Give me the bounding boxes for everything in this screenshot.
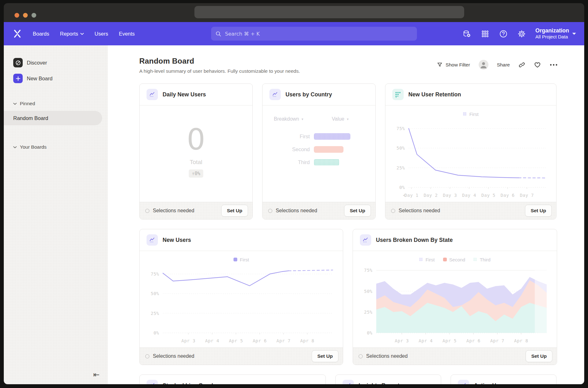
card-title: Active Users [474, 382, 508, 385]
org-project: All Project Data [535, 34, 569, 40]
legend-item[interactable]: Third [473, 257, 490, 262]
svg-text:Apr 4: Apr 4 [419, 338, 433, 343]
apps-grid-icon[interactable] [481, 29, 489, 38]
metric-label: Total [190, 159, 202, 166]
legend-label: Third [480, 257, 490, 262]
collapse-sidebar-icon[interactable]: ⇤ [93, 370, 100, 379]
metric-value: 0 [187, 125, 205, 154]
card-insights-report: Insights Report [335, 374, 441, 384]
mixpanel-logo-icon[interactable] [13, 29, 22, 38]
sidebar-section-pinned[interactable]: Pinned [13, 101, 108, 106]
new-user-retention-svg: 75%50%25%0%Day 1Day 2Day 3Day 4Day 5Day … [391, 117, 551, 200]
status-text: Selections needed [399, 208, 440, 214]
svg-text:Day 5: Day 5 [481, 193, 496, 198]
help-icon[interactable] [499, 29, 508, 38]
set-up-button[interactable]: Set Up [344, 205, 371, 217]
breakdown-row: Second [262, 143, 375, 156]
search-input[interactable] [224, 31, 412, 37]
legend-swatch-icon [443, 258, 447, 261]
nav-menu: Boards Reports Users Events [33, 31, 135, 37]
legend-item[interactable]: First [419, 257, 435, 262]
svg-text:50%: 50% [396, 146, 405, 151]
show-filter-button[interactable]: Show Filter [437, 62, 470, 68]
svg-text:75%: 75% [151, 271, 159, 277]
card-title: New Users [163, 237, 191, 243]
user-icon [479, 60, 488, 70]
card-new-users: New Users First75%50%25%0%Apr 3Apr 4Apr … [139, 229, 343, 365]
close-window-button[interactable] [14, 13, 19, 18]
users-broken-down-by-state-svg: 75%50%25%0%Apr 3Apr 4Apr 5Apr 6Apr 7Apr … [359, 263, 551, 345]
value-column-dropdown[interactable]: Value▾ [332, 116, 349, 122]
svg-text:Apr 6: Apr 6 [466, 338, 481, 343]
card-stacked-line-graph: Stacked Line Graph [139, 374, 326, 384]
data-management-icon[interactable] [462, 29, 471, 38]
set-up-button[interactable]: Set Up [221, 205, 248, 217]
status-text: Selections needed [276, 208, 317, 214]
svg-text:Day 6: Day 6 [501, 193, 515, 198]
board-link-label: Random Board [13, 115, 48, 121]
status-circle-icon [359, 354, 363, 358]
svg-text:Apr 8: Apr 8 [514, 338, 528, 343]
legend-item[interactable]: First [233, 257, 249, 262]
sidebar-item-discover[interactable]: Discover [13, 57, 108, 68]
browser-window: Boards Reports Users Events [4, 3, 584, 384]
search-icon [216, 31, 221, 37]
legend-swatch-icon [473, 258, 477, 261]
chevron-down-icon [80, 33, 84, 35]
status-text: Selections needed [153, 208, 194, 214]
svg-text:Day 3: Day 3 [443, 193, 457, 198]
svg-text:Apr 3: Apr 3 [395, 338, 409, 343]
set-up-button[interactable]: Set Up [312, 350, 338, 362]
sidebar-section-your-boards[interactable]: Your Boards [13, 144, 108, 150]
avatar[interactable] [479, 60, 488, 70]
retention-grid-icon [392, 89, 404, 100]
card-users-by-country: Users by Country Breakdown▾ Value▾ First… [262, 83, 376, 220]
set-up-button[interactable]: Set Up [525, 205, 552, 217]
legend-item[interactable]: Second [443, 257, 465, 262]
svg-text:50%: 50% [151, 291, 159, 296]
nav-item-users[interactable]: Users [95, 31, 108, 37]
line-chart-icon [269, 89, 281, 100]
state-area-chart: FirstSecondThird75%50%25%0%Apr 3Apr 4Apr… [353, 251, 557, 347]
settings-gear-icon[interactable] [517, 29, 526, 38]
nav-item-boards[interactable]: Boards [33, 31, 49, 37]
svg-text:Apr 6: Apr 6 [253, 338, 267, 343]
svg-text:0%: 0% [367, 330, 372, 335]
sidebar-item-label: New Board [27, 76, 53, 82]
global-search[interactable] [211, 27, 417, 41]
org-switcher[interactable]: Organization All Project Data [535, 27, 576, 40]
traffic-lights [14, 13, 36, 18]
sidebar: Discover New Board Pinned Random Board Y… [4, 45, 108, 384]
link-icon [518, 61, 525, 68]
svg-text:75%: 75% [364, 268, 372, 273]
breakdown-value-bar [314, 159, 339, 166]
sidebar-item-label: Discover [27, 60, 47, 66]
copy-link-button[interactable] [518, 61, 525, 68]
favorite-button[interactable] [534, 61, 541, 68]
minimize-window-button[interactable] [23, 13, 28, 18]
card-new-user-retention: New User Retention First75%50%25%0%Day 1… [385, 83, 556, 220]
svg-text:Apr 7: Apr 7 [490, 338, 504, 343]
sidebar-item-new-board[interactable]: New Board [13, 73, 108, 84]
line-chart-icon [147, 380, 158, 384]
set-up-button[interactable]: Set Up [526, 350, 552, 362]
legend-item[interactable]: First [463, 111, 478, 117]
breakdown-row-label: Second [262, 146, 310, 152]
status-circle-icon [145, 209, 149, 213]
nav-item-reports[interactable]: Reports [60, 31, 84, 37]
legend-swatch-icon [419, 258, 423, 261]
board-actions: Show Filter Share [437, 60, 558, 70]
card-title: Insights Report [359, 382, 400, 385]
address-bar[interactable] [194, 6, 464, 18]
svg-text:Apr 5: Apr 5 [229, 338, 243, 343]
line-chart-icon [343, 380, 354, 384]
share-button[interactable]: Share [497, 62, 510, 68]
breakdown-column-dropdown[interactable]: Breakdown▾ [274, 116, 332, 122]
filter-funnel-icon [437, 62, 443, 68]
sidebar-item-random-board-selected[interactable]: Random Board [4, 111, 102, 125]
zoom-window-button[interactable] [32, 13, 36, 18]
board-heading: Random Board A high-level summary of use… [139, 57, 300, 74]
nav-item-events[interactable]: Events [119, 31, 135, 37]
card-title: Users by Country [285, 91, 332, 98]
more-options-button[interactable] [550, 64, 558, 66]
